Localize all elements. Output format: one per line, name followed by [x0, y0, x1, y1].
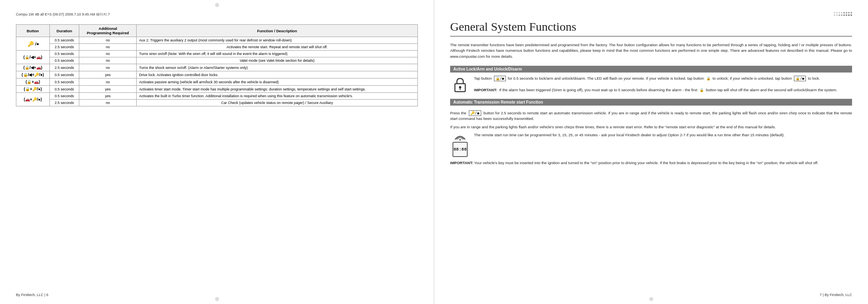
description-1a: Aux 2. Triggers the auxiliary 2 output (… [137, 37, 418, 44]
button-icon-2: (🔒/◀+🚗) [16, 51, 50, 64]
svg-point-4 [459, 139, 461, 141]
reg-mark-top: ⊕ [215, 2, 219, 8]
table-row: 🔑 /● 0.5 seconds no Aux 2. Triggers the … [16, 37, 418, 44]
dot [846, 12, 847, 14]
dot [836, 14, 838, 16]
dot [839, 14, 840, 16]
key-button: 🔑/● [469, 110, 481, 116]
duration-7b: 2.5 seconds [49, 100, 79, 106]
duration-6: 0.5 seconds [49, 86, 79, 93]
tap-button-2: 🔒/● [794, 76, 806, 81]
lock-icon [452, 76, 468, 93]
function-table: Button Duration AdditionalProgramming Re… [16, 24, 418, 106]
timer-text: The remote start run time can be program… [474, 132, 852, 157]
description-5: Activates passive arming (vehicle will a… [137, 78, 418, 86]
dot [841, 12, 843, 14]
button-icon-1: 🔑 /● [16, 37, 50, 51]
timer-row: 88:88 The remote start run time can be p… [450, 132, 852, 157]
footer-right-text: 7 | By Firsttech, LLC [820, 293, 852, 297]
section1-header: Active Lock/Arm and Unlock/Disarm [450, 66, 852, 73]
lock-icon-area [450, 76, 470, 93]
description-6: Activates timer start mode. Timer start … [137, 86, 418, 93]
lock-sym-2: 🔒 [699, 88, 704, 92]
table-row: 2.5 seconds no Activates the remote star… [16, 44, 418, 51]
final-important: IMPORTANT: Your vehicle's key must be in… [450, 160, 852, 166]
svg-text:🔑: 🔑 [27, 41, 34, 47]
additional-5: no [79, 78, 137, 86]
additional-7a: yes [79, 93, 137, 100]
duration-4: 0.5 seconds [49, 71, 79, 78]
dot [848, 12, 850, 14]
button-icon-6: (🔒+🔑/●) [16, 86, 50, 93]
dot [848, 14, 850, 16]
right-page: General System Functions The remote tran… [434, 0, 868, 304]
table-row: (🔒/◀+🚗) 0.5 seconds no Turns siren on/of… [16, 51, 418, 57]
dot [850, 14, 852, 16]
decor-area [834, 12, 852, 16]
col-function: Function / Description [137, 25, 418, 37]
dot [836, 12, 838, 14]
additional-1b: no [79, 44, 137, 51]
section2-header: Automatic Transmission Remote start Func… [450, 99, 852, 106]
intro-paragraph: The remote transmitter functions have be… [450, 42, 852, 59]
description-4: Drive lock. Activates ignition controlle… [137, 71, 418, 78]
table-row: 2.5 seconds no Car Check (updates vehicl… [16, 100, 418, 106]
description-2b: Valet mode (see Valet Mode section for d… [137, 57, 418, 64]
dot-grid [834, 12, 852, 16]
dot [846, 14, 847, 16]
page-title: General System Functions [450, 20, 852, 37]
auto-section: Press the 🔑/● button for 2.5 seconds to … [450, 110, 852, 166]
description-3: Turns the shock sensor on/off. (Alarm or… [137, 64, 418, 71]
additional-6: yes [79, 86, 137, 93]
duration-3: 2.5 seconds [49, 64, 79, 71]
table-row: 0.5 seconds no Valet mode (see Valet Mod… [16, 57, 418, 64]
dot [850, 12, 852, 14]
col-additional: AdditionalProgramming Required [79, 25, 137, 37]
duration-1a: 0.5 seconds [49, 37, 79, 44]
section1-text: Tap button 🔒/● for 0.5 seconds to lock/a… [474, 76, 852, 93]
table-row: (🔒+🚗) 0.5 seconds no Activates passive a… [16, 78, 418, 86]
description-7a: Activates the built in Turbo timer funct… [137, 93, 418, 100]
tap-button-1: 🔒/● [494, 76, 506, 81]
footer-left-text: By Firsttech, LLC | 6 [16, 293, 48, 297]
section1-content: Tap button 🔒/● for 0.5 seconds to lock/a… [450, 76, 852, 93]
duration-7a: 0.5 seconds [49, 93, 79, 100]
dot [841, 14, 843, 16]
duration-2a: 0.5 seconds [49, 51, 79, 57]
additional-3: no [79, 64, 137, 71]
table-row: (🚗+🔑/●) 0.5 seconds yes Activates the bu… [16, 93, 418, 100]
important-label-2: IMPORTANT: [450, 161, 473, 165]
additional-2a: no [79, 51, 137, 57]
description-1b: Activates the remote start. Repeat and r… [137, 44, 418, 51]
additional-2b: no [79, 57, 137, 64]
dot [834, 14, 835, 16]
button-icon-7: (🚗+🔑/●) [16, 93, 50, 106]
reg-mark-bottom-right: ⊕ [649, 296, 654, 302]
button-icon-4: (🔒/◀+🔑/●) [16, 71, 50, 78]
important2-text: Your vehicle's key must be inserted into… [474, 161, 818, 165]
duration-5: 0.5 seconds [49, 78, 79, 86]
left-page: Compu 1W 4B all E+S (09.07) 2009.7.10 9:… [0, 0, 434, 304]
file-info: Compu 1W 4B all E+S (09.07) 2009.7.10 9:… [16, 12, 418, 17]
timer-display: 88:88 [453, 142, 468, 157]
first-word: first [691, 88, 697, 92]
col-button: Button [16, 25, 50, 37]
dot [843, 12, 845, 14]
col-duration: Duration [49, 25, 79, 37]
dot [839, 12, 840, 14]
button-icon-5: (🔒+🚗) [16, 78, 50, 86]
dot [843, 14, 845, 16]
auto-para2: If you are in range and the parking ligh… [450, 124, 852, 130]
timer-display-container: 88:88 [453, 132, 468, 157]
auto-para1: Press the 🔑/● button for 2.5 seconds to … [450, 110, 852, 122]
additional-1a: no [79, 37, 137, 44]
important-label-1: IMPORTANT: [474, 88, 497, 92]
signal-icon [453, 132, 467, 141]
timer-icon-area: 88:88 [450, 132, 470, 157]
description-7b: Car Check (updates vehicle status on rem… [137, 100, 418, 106]
table-row: (🔒+🔑/●) 0.5 seconds yes Activates timer … [16, 86, 418, 93]
duration-1b: 2.5 seconds [49, 44, 79, 51]
button-icon-3: (🔒/◀+🚗) [16, 64, 50, 71]
svg-point-2 [459, 86, 461, 88]
description-2a: Turns siren on/off (Note: With the siren… [137, 51, 418, 57]
